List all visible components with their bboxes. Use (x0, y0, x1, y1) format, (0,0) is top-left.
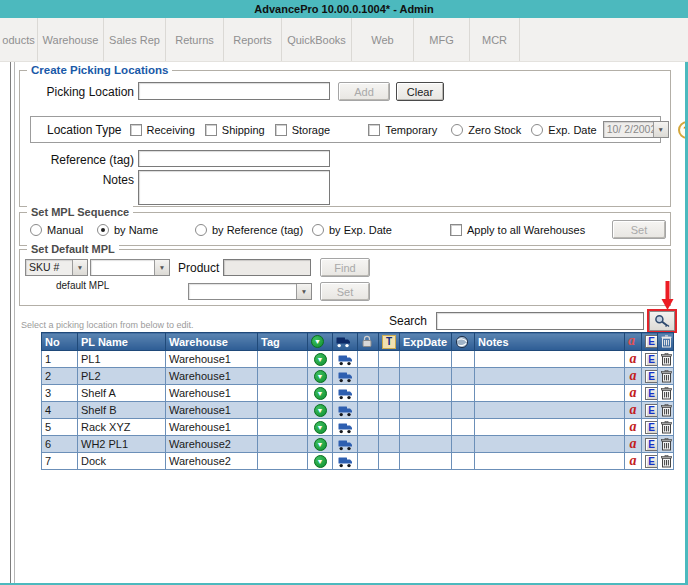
storage-checkbox[interactable]: Storage (275, 124, 331, 136)
picking-location-input[interactable] (138, 82, 330, 100)
clear-button[interactable]: Clear (396, 82, 444, 101)
reference-tag-input[interactable] (138, 150, 330, 167)
shipping-checkbox[interactable]: Shipping (205, 124, 265, 136)
cell-font-action[interactable]: a (625, 436, 642, 453)
storage-checkbox-box[interactable] (275, 124, 287, 136)
trash-icon[interactable] (661, 438, 672, 451)
apply-all-warehouses-checkbox-box[interactable] (450, 224, 462, 236)
edit-E-icon[interactable]: E (645, 353, 658, 366)
default-mpl-set-button[interactable]: Set (320, 282, 370, 301)
chevron-down-icon[interactable]: ▼ (296, 284, 311, 299)
cell-delete-action[interactable] (658, 436, 674, 453)
manual-radio[interactable]: Manual (30, 224, 83, 236)
edit-E-icon[interactable]: E (645, 438, 658, 451)
font-a-icon[interactable]: a (630, 351, 637, 366)
menu-item-returns[interactable]: Returns (166, 18, 224, 61)
temporary-checkbox[interactable]: Temporary (368, 124, 437, 136)
temporary-checkbox-box[interactable] (368, 124, 380, 136)
trash-icon[interactable] (661, 455, 672, 468)
zero-stock-radio[interactable]: Zero Stock (451, 124, 521, 136)
default-mpl-combo[interactable]: ▼ (188, 283, 312, 300)
cell-font-action[interactable]: a (625, 385, 642, 402)
exp-date-radio[interactable]: Exp. Date (531, 124, 596, 136)
menu-item-mcr[interactable]: MCR (470, 18, 520, 61)
edit-E-icon[interactable]: E (645, 404, 658, 417)
search-input[interactable] (436, 312, 644, 330)
menu-item-products[interactable]: oducts (0, 18, 38, 61)
cell-edit-action[interactable]: E (642, 351, 658, 368)
trash-icon[interactable] (661, 353, 672, 366)
apply-all-warehouses-checkbox[interactable]: Apply to all Warehouses (450, 224, 585, 236)
cell-edit-action[interactable]: E (642, 368, 658, 385)
col-shipping (333, 333, 358, 351)
edit-E-icon[interactable]: E (645, 387, 658, 400)
sku-value-combo[interactable]: ▼ (90, 259, 170, 276)
by-exp-date-radio-circle[interactable] (312, 224, 324, 236)
font-a-icon[interactable]: a (630, 368, 637, 383)
cell-edit-action[interactable]: E (642, 436, 658, 453)
table-row[interactable]: 3 Shelf A Warehouse1 ▼ a E (42, 385, 674, 402)
cell-delete-action[interactable] (658, 402, 674, 419)
receiving-checkbox-box[interactable] (130, 124, 142, 136)
menu-item-reports[interactable]: Reports (224, 18, 282, 61)
font-a-icon[interactable]: a (630, 419, 637, 434)
by-reference-radio[interactable]: by Reference (tag) (195, 224, 303, 236)
table-row[interactable]: 4 Shelf B Warehouse1 ▼ a E (42, 402, 674, 419)
table-row[interactable]: 1 PL1 Warehouse1 ▼ a E (42, 351, 674, 368)
trash-icon[interactable] (661, 404, 672, 417)
cell-delete-action[interactable] (658, 453, 674, 470)
by-name-radio-circle[interactable] (97, 224, 109, 236)
font-a-icon[interactable]: a (630, 385, 637, 400)
cell-font-action[interactable]: a (625, 351, 642, 368)
table-row[interactable]: 7 Dock Warehouse2 ▼ a E (42, 453, 674, 470)
cell-edit-action[interactable]: E (642, 419, 658, 436)
find-button[interactable]: Find (320, 258, 370, 277)
cell-font-action[interactable]: a (625, 453, 642, 470)
shipping-checkbox-box[interactable] (205, 124, 217, 136)
trash-icon[interactable] (661, 387, 672, 400)
exp-date-combo[interactable]: 10/ 2/2002 ▼ (603, 121, 669, 138)
cell-font-action[interactable]: a (625, 368, 642, 385)
cell-delete-action[interactable] (658, 385, 674, 402)
font-a-icon[interactable]: a (630, 402, 637, 417)
cell-font-action[interactable]: a (625, 419, 642, 436)
cell-delete-action[interactable] (658, 368, 674, 385)
chevron-down-icon[interactable]: ▼ (72, 260, 87, 275)
edit-E-icon[interactable]: E (645, 370, 658, 383)
menu-item-web[interactable]: Web (352, 18, 414, 61)
cell-delete-action[interactable] (658, 419, 674, 436)
menu-item-quickbooks[interactable]: QuickBooks (282, 18, 352, 61)
chevron-down-icon[interactable]: ▼ (154, 260, 169, 275)
edit-E-icon[interactable]: E (645, 421, 658, 434)
table-row[interactable]: 6 WH2 PL1 Warehouse2 ▼ a E (42, 436, 674, 453)
edit-E-icon[interactable]: E (645, 455, 658, 468)
by-exp-date-radio[interactable]: by Exp. Date (312, 224, 392, 236)
font-a-icon[interactable]: a (630, 436, 637, 451)
menu-item-warehouse[interactable]: Warehouse (38, 18, 104, 61)
table-row[interactable]: 2 PL2 Warehouse1 ▼ a E (42, 368, 674, 385)
trash-icon[interactable] (661, 370, 672, 383)
cell-edit-action[interactable]: E (642, 453, 658, 470)
exp-date-radio-circle[interactable] (531, 124, 543, 136)
by-name-radio[interactable]: by Name (97, 224, 158, 236)
trash-icon[interactable] (661, 421, 672, 434)
product-input[interactable] (223, 259, 311, 276)
mpl-sequence-set-button[interactable]: Set (612, 220, 666, 239)
table-row[interactable]: 5 Rack XYZ Warehouse1 ▼ a E (42, 419, 674, 436)
cell-edit-action[interactable]: E (642, 402, 658, 419)
cell-delete-action[interactable] (658, 351, 674, 368)
menu-item-mfg[interactable]: MFG (414, 18, 470, 61)
notes-textarea[interactable] (138, 170, 330, 205)
cell-edit-action[interactable]: E (642, 385, 658, 402)
sku-combo[interactable]: SKU # ▼ (25, 259, 88, 276)
add-button[interactable]: Add (338, 82, 390, 101)
search-button[interactable] (649, 311, 675, 331)
manual-radio-circle[interactable] (30, 224, 42, 236)
chevron-down-icon[interactable]: ▼ (653, 122, 668, 137)
by-reference-radio-circle[interactable] (195, 224, 207, 236)
cell-font-action[interactable]: a (625, 402, 642, 419)
receiving-checkbox[interactable]: Receiving (130, 124, 195, 136)
zero-stock-radio-circle[interactable] (451, 124, 463, 136)
menu-item-sales-rep[interactable]: Sales Rep (104, 18, 166, 61)
font-a-icon[interactable]: a (630, 453, 637, 468)
